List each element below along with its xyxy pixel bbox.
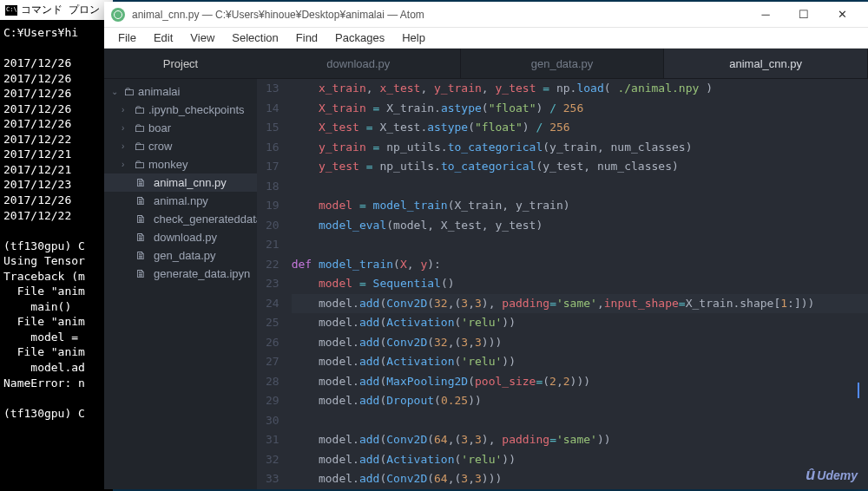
cmd-title-text: コマンド プロン — [21, 3, 100, 17]
cmd-titlebar[interactable]: コマンド プロン — [0, 0, 113, 20]
tree-folder-crow[interactable]: ›🗀 crow — [104, 137, 257, 155]
file-tree[interactable]: ⌄🗀 animalai›🗀 .ipynb_checkpoints›🗀 boar›… — [104, 79, 257, 286]
window-title: animal_cnn.py — C:¥Users¥hinoue¥Desktop¥… — [132, 9, 424, 21]
close-button[interactable]: ✕ — [823, 3, 861, 27]
cmd-icon — [5, 5, 17, 16]
tree-root[interactable]: ⌄🗀 animalai — [104, 82, 257, 101]
menu-packages[interactable]: Packages — [328, 29, 391, 46]
menu-selection[interactable]: Selection — [225, 29, 285, 46]
menubar: FileEditViewSelectionFindPackagesHelp — [104, 28, 868, 49]
tab-bar: download.pygen_data.pyanimal_cnn.py — [257, 49, 868, 79]
atom-window: animal_cnn.py — C:¥Users¥hinoue¥Desktop¥… — [104, 2, 868, 489]
menu-file[interactable]: File — [111, 29, 143, 46]
cmd-output: C:¥Users¥hi 2017/12/26 2017/12/26 2017/1… — [0, 20, 113, 426]
tree-file-animal_cnn.py[interactable]: 🗎animal_cnn.py — [104, 173, 257, 192]
menu-edit[interactable]: Edit — [147, 29, 180, 46]
minimize-button[interactable]: ─ — [746, 3, 785, 27]
window-controls: ─ ☐ ✕ — [746, 3, 861, 27]
sidebar-header: Project — [104, 49, 257, 79]
udemy-watermark: ûUdemy — [806, 466, 858, 484]
command-prompt-window: コマンド プロン C:¥Users¥hi 2017/12/26 2017/12/… — [0, 0, 113, 491]
tree-folder-monkey[interactable]: ›🗀 monkey — [104, 155, 257, 173]
tree-file-animal.npy[interactable]: 🗎animal.npy — [104, 192, 257, 210]
maximize-button[interactable]: ☐ — [785, 3, 823, 27]
tree-file-gen_data.py[interactable]: 🗎gen_data.py — [104, 246, 257, 265]
tree-folder-.ipynb_checkpoints[interactable]: ›🗀 .ipynb_checkpoints — [104, 101, 257, 119]
atom-app-icon — [111, 8, 125, 22]
tab-gen_data-py[interactable]: gen_data.py — [461, 49, 665, 78]
tab-download-py[interactable]: download.py — [257, 49, 461, 78]
code-content[interactable]: x_train, x_test, y_train, y_test = np.lo… — [292, 79, 868, 489]
tree-folder-boar[interactable]: ›🗀 boar — [104, 119, 257, 137]
code-editor[interactable]: 1314151617181920212223242526272829303132… — [257, 79, 868, 489]
editor-area: download.pygen_data.pyanimal_cnn.py 1314… — [257, 49, 868, 489]
text-cursor-icon — [858, 383, 859, 398]
tree-file-generate_data.ipyn[interactable]: 🗎generate_data.ipyn — [104, 265, 257, 283]
menu-view[interactable]: View — [183, 29, 221, 46]
menu-help[interactable]: Help — [395, 29, 432, 46]
tree-file-check_generateddata[interactable]: 🗎check_generateddata — [104, 210, 257, 228]
titlebar[interactable]: animal_cnn.py — C:¥Users¥hinoue¥Desktop¥… — [104, 2, 868, 28]
udemy-logo-icon: û — [806, 466, 815, 484]
menu-find[interactable]: Find — [289, 29, 325, 46]
tab-animal_cnn-py[interactable]: animal_cnn.py — [664, 49, 868, 78]
tree-file-download.py[interactable]: 🗎download.py — [104, 228, 257, 246]
project-sidebar[interactable]: Project ⌄🗀 animalai›🗀 .ipynb_checkpoints… — [104, 49, 257, 489]
line-gutter: 1314151617181920212223242526272829303132… — [257, 79, 292, 489]
